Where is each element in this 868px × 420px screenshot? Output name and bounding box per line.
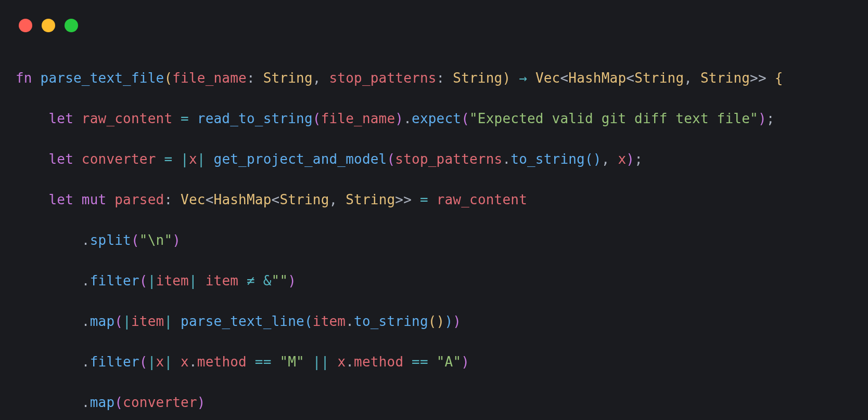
param: file_name [172, 70, 247, 86]
window-titlebar [0, 0, 868, 32]
method-call: map [90, 395, 115, 410]
identifier: item [313, 313, 346, 329]
field: method [197, 354, 247, 370]
method-call: map [90, 313, 115, 329]
function-call: parse_text_line [181, 313, 304, 329]
code-line: let converter = |x| get_project_and_mode… [16, 149, 852, 169]
close-icon[interactable] [19, 19, 32, 32]
string-literal: "Expected valid git diff text file" [469, 111, 758, 126]
code-window: fn parse_text_file(file_name: String, st… [0, 0, 868, 420]
argument: file_name [321, 111, 395, 126]
type: Vec [181, 192, 206, 207]
operator: == [255, 354, 272, 370]
type: String [634, 70, 684, 86]
method-call: filter [90, 273, 139, 288]
string-literal: "" [272, 273, 288, 288]
code-line: .filter(|x| x.method == "M" || x.method … [16, 352, 852, 372]
variable: converter [82, 151, 156, 167]
method-call: expect [412, 111, 461, 126]
closure-param: item [156, 273, 189, 288]
string-literal: "\n" [139, 232, 172, 248]
type: HashMap [214, 192, 272, 207]
param: stop_patterns [329, 70, 437, 86]
identifier: converter [123, 395, 197, 410]
function-name: parse_text_file [41, 70, 164, 86]
code-line: .filter(|item| item ≠ &"") [16, 271, 852, 291]
type: String [453, 70, 502, 86]
code-line: .map(converter) [16, 392, 852, 413]
identifier: raw_content [437, 192, 527, 207]
identifier: item [206, 273, 238, 288]
type: String [279, 192, 329, 207]
type: String [346, 192, 395, 207]
keyword: let [48, 151, 73, 167]
function-call: get_project_and_model [214, 151, 387, 167]
keyword: fn [16, 70, 32, 86]
argument: x [618, 151, 626, 167]
keyword: let [48, 192, 73, 207]
method-call: split [90, 232, 131, 248]
field: method [354, 354, 403, 370]
operator: == [412, 354, 428, 370]
code-line: fn parse_text_file(file_name: String, st… [16, 68, 852, 88]
operator: & [263, 273, 272, 288]
method-call: to_string [354, 313, 428, 329]
method-call: to_string [510, 151, 585, 167]
identifier: x [337, 354, 346, 370]
code-line: let mut parsed: Vec<HashMap<String, Stri… [16, 190, 852, 210]
code-line: .split("\n") [16, 230, 852, 251]
closure-param: x [189, 151, 197, 167]
arrow: → [519, 70, 527, 86]
type: Vec [535, 70, 560, 86]
minimize-icon[interactable] [42, 19, 55, 32]
argument: stop_patterns [395, 151, 502, 167]
closure-param: x [156, 354, 164, 370]
method-call: filter [90, 354, 139, 370]
identifier: x [181, 354, 189, 370]
keyword: mut [82, 192, 107, 207]
code-line: .map(|item| parse_text_line(item.to_stri… [16, 311, 852, 332]
zoom-icon[interactable] [65, 19, 78, 32]
code-line: let raw_content = read_to_string(file_na… [16, 109, 852, 129]
function-call: read_to_string [197, 111, 313, 126]
operator: || [313, 354, 329, 370]
type: String [263, 70, 313, 86]
closure-param: item [131, 313, 164, 329]
operator: ≠ [247, 273, 255, 288]
string-literal: "M" [279, 354, 304, 370]
string-literal: "A" [437, 354, 462, 370]
keyword: let [48, 111, 73, 126]
code-block: fn parse_text_file(file_name: String, st… [0, 32, 868, 420]
variable: raw_content [82, 111, 172, 126]
variable: parsed [114, 192, 164, 207]
type: String [700, 70, 750, 86]
type: HashMap [568, 70, 626, 86]
